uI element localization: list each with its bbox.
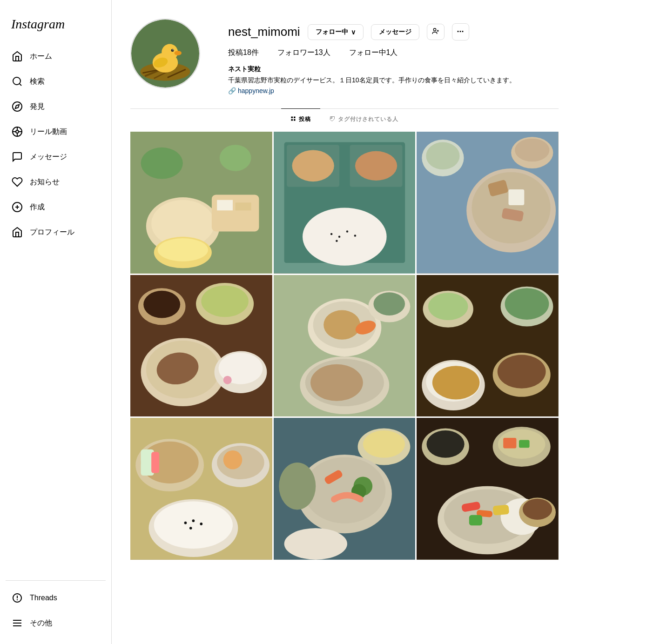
- grid-cell-5[interactable]: [274, 275, 416, 417]
- tab-tagged[interactable]: タグ付けされている人: [320, 108, 408, 130]
- svg-point-2: [13, 102, 22, 111]
- grid-cell-2[interactable]: [274, 132, 416, 274]
- profile-icon: [11, 226, 23, 238]
- sidebar-item-create[interactable]: 作成: [6, 195, 106, 219]
- svg-point-46: [220, 145, 251, 171]
- sidebar-item-threads[interactable]: Threads: [6, 586, 106, 610]
- svg-rect-34: [294, 119, 296, 121]
- add-person-button[interactable]: [427, 24, 445, 40]
- svg-rect-114: [151, 452, 159, 473]
- profile-info: nest_mimomi フォロー中 ∨ メッセージ: [228, 19, 559, 94]
- sidebar-item-threads-label: Threads: [30, 594, 57, 602]
- svg-point-0: [13, 77, 20, 85]
- svg-point-5: [16, 130, 19, 133]
- sidebar-item-more-label: その他: [30, 618, 52, 628]
- svg-point-25: [173, 49, 174, 50]
- svg-rect-41: [217, 200, 233, 211]
- svg-rect-135: [504, 438, 517, 449]
- message-icon: [11, 151, 23, 163]
- profile-top-row: nest_mimomi フォロー中 ∨ メッセージ: [228, 23, 559, 40]
- sidebar-item-explore[interactable]: 発見: [6, 95, 106, 118]
- plus-circle-icon: [11, 201, 23, 213]
- sidebar-item-notifications-label: お知らせ: [30, 177, 60, 187]
- sidebar-item-messages-label: メッセージ: [30, 152, 67, 162]
- grid-cell-1[interactable]: [130, 132, 272, 274]
- svg-point-117: [223, 450, 243, 470]
- tab-posts-label: 投稿: [299, 115, 311, 123]
- avatar: [130, 19, 200, 88]
- grid-cell-3[interactable]: [417, 132, 559, 274]
- sidebar-item-search[interactable]: 検索: [6, 70, 106, 93]
- svg-point-80: [223, 376, 232, 384]
- follow-button[interactable]: フォロー中 ∨: [308, 24, 364, 40]
- svg-point-68: [426, 142, 460, 170]
- tab-posts[interactable]: 投稿: [281, 108, 320, 130]
- svg-point-91: [373, 292, 405, 315]
- svg-rect-42: [236, 202, 251, 210]
- menu-icon: [11, 617, 23, 629]
- sidebar-item-profile[interactable]: プロフィール: [6, 221, 106, 244]
- svg-rect-136: [519, 440, 530, 448]
- follow-button-label: フォロー中: [316, 28, 348, 36]
- ellipsis-icon: ···: [457, 27, 464, 37]
- tag-icon: [330, 116, 335, 123]
- more-options-button[interactable]: ···: [452, 23, 469, 40]
- svg-point-121: [363, 430, 404, 458]
- profile-header: nest_mimomi フォロー中 ∨ メッセージ: [130, 0, 559, 108]
- svg-line-1: [20, 84, 21, 86]
- svg-point-58: [355, 151, 397, 181]
- svg-point-145: [523, 499, 552, 520]
- svg-point-56: [292, 150, 334, 181]
- sidebar-item-create-label: 作成: [30, 202, 45, 212]
- svg-point-110: [189, 527, 192, 530]
- svg-point-50: [330, 233, 333, 235]
- following-stat[interactable]: フォロー中1人: [349, 48, 398, 58]
- message-button[interactable]: メッセージ: [371, 24, 419, 40]
- svg-point-89: [310, 364, 363, 401]
- grid-cell-7[interactable]: [130, 418, 272, 560]
- chevron-down-icon: ∨: [351, 28, 356, 36]
- home-icon: [11, 50, 23, 62]
- sidebar-item-home[interactable]: ホーム: [6, 45, 106, 68]
- sidebar-item-search-label: 検索: [30, 77, 45, 87]
- grid-cell-9[interactable]: [417, 418, 559, 560]
- grid-cell-6[interactable]: [417, 275, 559, 417]
- profile-username: nest_mimomi: [228, 25, 300, 39]
- svg-point-45: [141, 148, 183, 179]
- svg-point-98: [505, 288, 549, 320]
- svg-point-127: [279, 463, 316, 510]
- svg-rect-33: [291, 119, 293, 121]
- posts-count-label: 投稿18件: [228, 48, 259, 56]
- add-person-icon: [432, 27, 439, 36]
- grid-cell-8[interactable]: [274, 418, 416, 560]
- svg-point-49: [303, 208, 387, 266]
- svg-rect-143: [493, 505, 509, 516]
- svg-point-53: [354, 235, 356, 237]
- svg-point-51: [338, 235, 340, 238]
- svg-point-74: [201, 285, 249, 317]
- search-icon: [11, 75, 23, 87]
- svg-point-85: [323, 310, 360, 339]
- svg-point-107: [184, 522, 187, 524]
- svg-point-26: [174, 51, 182, 55]
- svg-point-102: [428, 293, 468, 320]
- posts-stat[interactable]: 投稿18件: [228, 48, 259, 58]
- compass-icon: [11, 101, 23, 113]
- svg-point-61: [472, 172, 551, 243]
- profile-website[interactable]: 🔗 happynew.jp: [228, 87, 559, 94]
- sidebar-item-reels-label: リール動画: [30, 127, 67, 137]
- sidebar-item-more[interactable]: その他: [6, 611, 106, 635]
- sidebar-item-reels[interactable]: リール動画: [6, 120, 106, 143]
- sidebar-item-messages[interactable]: メッセージ: [6, 145, 106, 168]
- main-content: nest_mimomi フォロー中 ∨ メッセージ: [112, 0, 577, 644]
- sidebar-item-notifications[interactable]: お知らせ: [6, 170, 106, 194]
- svg-rect-142: [469, 515, 482, 526]
- grid-cell-4[interactable]: [130, 275, 272, 417]
- followers-count-label: フォロワー13人: [277, 48, 330, 56]
- profile-name-bio: ネスト実粒 千葉県習志野市実粒のデイサービス。１日10名定員です。手作りの食事を…: [228, 65, 559, 94]
- followers-stat[interactable]: フォロワー13人: [277, 48, 330, 58]
- svg-point-66: [515, 139, 549, 162]
- profile-stats: 投稿18件 フォロワー13人 フォロー中1人: [228, 48, 559, 58]
- photo-grid: [130, 132, 559, 560]
- sidebar-bottom: Threads その他: [6, 577, 106, 635]
